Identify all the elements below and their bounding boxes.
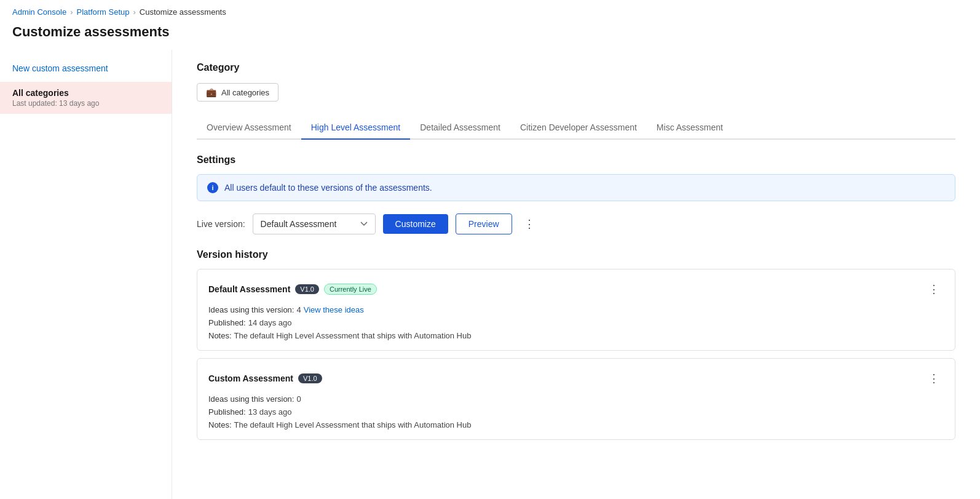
ideas-label-2: Ideas using this version: [208, 394, 294, 404]
published-row-2: Published: 13 days ago [208, 407, 944, 417]
version-card-name: Default Assessment [208, 284, 290, 294]
version-card-custom: Custom Assessment V1.0 ⋮ Ideas using thi… [197, 358, 955, 440]
info-banner: i All users default to these versions of… [197, 174, 955, 201]
main-content: Category 💼 All categories Overview Asses… [172, 50, 980, 499]
breadcrumb-admin-console[interactable]: Admin Console [12, 7, 66, 17]
card-more-options-button[interactable]: ⋮ [924, 279, 944, 299]
version-card-title-row: Default Assessment V1.0 Currently Live [208, 284, 377, 295]
notes-row: Notes: The default High Level Assessment… [208, 331, 944, 340]
live-version-label: Live version: [197, 219, 245, 229]
ideas-count: 4 [296, 305, 301, 314]
live-version-row: Live version: Default Assessment Customi… [197, 214, 955, 234]
new-custom-assessment-link[interactable]: New custom assessment [0, 60, 172, 77]
preview-button[interactable]: Preview [456, 214, 512, 234]
notes-text: The default High Level Assessment that s… [234, 331, 472, 340]
breadcrumb-sep-1: › [70, 7, 73, 17]
tabs: Overview Assessment High Level Assessmen… [197, 116, 955, 140]
published-date: 14 days ago [248, 318, 292, 327]
more-options-button[interactable]: ⋮ [520, 214, 539, 234]
live-badge: Currently Live [324, 284, 377, 295]
version-card-default: Default Assessment V1.0 Currently Live ⋮… [197, 269, 955, 351]
notes-text-2: The default High Level Assessment that s… [234, 420, 472, 429]
version-badge: V1.0 [295, 284, 319, 294]
customize-button[interactable]: Customize [383, 214, 448, 234]
ideas-label: Ideas using this version: [208, 305, 294, 314]
version-card-name-2: Custom Assessment [208, 373, 293, 383]
info-icon: i [207, 182, 218, 193]
ideas-count-2: 0 [296, 394, 301, 404]
settings-title: Settings [197, 154, 955, 166]
view-ideas-link[interactable]: View these ideas [304, 305, 364, 314]
tab-high-level-assessment[interactable]: High Level Assessment [301, 116, 411, 140]
sidebar-item-all-categories[interactable]: All categories Last updated: 13 days ago [0, 82, 172, 114]
breadcrumb-sep-2: › [133, 7, 136, 17]
tab-detailed-assessment[interactable]: Detailed Assessment [410, 116, 510, 140]
version-badge-2: V1.0 [298, 373, 322, 383]
sidebar-item-meta: Last updated: 13 days ago [12, 99, 159, 108]
breadcrumb-platform-setup[interactable]: Platform Setup [77, 7, 130, 17]
briefcase-icon: 💼 [206, 87, 216, 97]
ideas-row-2: Ideas using this version: 0 [208, 394, 944, 404]
tab-citizen-developer-assessment[interactable]: Citizen Developer Assessment [510, 116, 647, 140]
layout: New custom assessment All categories Las… [0, 50, 980, 499]
category-label: Category [197, 62, 955, 73]
sidebar-item-name: All categories [12, 88, 159, 98]
breadcrumb: Admin Console › Platform Setup › Customi… [0, 0, 980, 22]
version-card-header-2: Custom Assessment V1.0 ⋮ [208, 369, 944, 388]
version-select[interactable]: Default Assessment [253, 214, 376, 234]
notes-label: Notes: [208, 331, 232, 340]
category-button[interactable]: 💼 All categories [197, 83, 279, 102]
version-history-title: Version history [197, 249, 955, 260]
published-date-2: 13 days ago [248, 407, 292, 417]
category-button-label: All categories [221, 88, 269, 97]
published-row: Published: 14 days ago [208, 318, 944, 327]
page-title: Customize assessments [0, 22, 980, 50]
version-card-header: Default Assessment V1.0 Currently Live ⋮ [208, 279, 944, 299]
info-message: All users default to these versions of t… [224, 183, 432, 193]
published-label-2: Published: [208, 407, 246, 417]
sidebar: New custom assessment All categories Las… [0, 50, 172, 499]
ideas-row: Ideas using this version: 4 View these i… [208, 305, 944, 314]
tab-misc-assessment[interactable]: Misc Assessment [647, 116, 733, 140]
version-card-title-row-2: Custom Assessment V1.0 [208, 373, 322, 383]
tab-overview-assessment[interactable]: Overview Assessment [197, 116, 301, 140]
published-label: Published: [208, 318, 246, 327]
card-more-options-button-2[interactable]: ⋮ [924, 369, 944, 388]
breadcrumb-current: Customize assessments [140, 7, 226, 17]
notes-label-2: Notes: [208, 420, 232, 429]
notes-row-2: Notes: The default High Level Assessment… [208, 420, 944, 429]
